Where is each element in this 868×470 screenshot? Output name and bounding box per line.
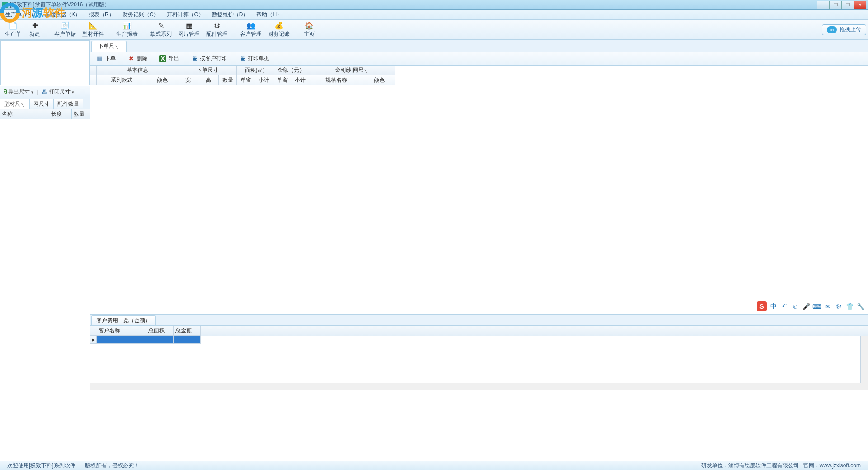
left-column: X 导出尺寸 ▾ | 🖶 打印尺寸 ▾ 型材尺寸网尺寸配件数量 名称 长度 数量 (0, 40, 90, 461)
left-grid-body[interactable] (0, 119, 90, 461)
menu-item-1[interactable]: 基础数据（K） (41, 10, 84, 19)
customer-grid-body[interactable]: ▶ (90, 336, 868, 383)
chevron-down-icon: ▾ (72, 90, 74, 94)
tool-profile-cut-icon: 📐 (89, 21, 98, 30)
tool-profile-cut[interactable]: 📐型材开料 (79, 21, 107, 38)
ime-icon-5[interactable]: ⌨ (813, 302, 821, 310)
tab-customer-cost[interactable]: 客户费用一览（金额） (91, 315, 156, 325)
drag-upload-button[interactable]: 拖拽上传 (822, 24, 866, 35)
customer-cost-pane: 客户费用一览（金额） 客户名称 总面积 总金额 ▶ (90, 314, 868, 390)
left-toolbar: X 导出尺寸 ▾ | 🖶 打印尺寸 ▾ (0, 86, 90, 98)
tool-customer-manage[interactable]: 👥客户管理 (237, 21, 265, 38)
tool-produce-report-icon: 📊 (123, 21, 132, 30)
tool-net-manage[interactable]: ▦网片管理 (175, 21, 203, 38)
preview-pane (0, 40, 90, 85)
tool-style-series[interactable]: ✎款式系列 (147, 21, 175, 38)
chevron-down-icon: ▾ (31, 90, 33, 94)
ime-icon-9[interactable]: 🔧 (856, 302, 864, 310)
left-tab-2[interactable]: 配件数量 (53, 99, 83, 109)
col-qty: 数量 (72, 109, 90, 119)
menu-item-4[interactable]: 开料计算（O） (163, 10, 207, 19)
workspace: X 导出尺寸 ▾ | 🖶 打印尺寸 ▾ 型材尺寸网尺寸配件数量 名称 长度 数量… (0, 40, 868, 461)
menu-item-2[interactable]: 报表（R） (85, 10, 118, 19)
ime-icon-7[interactable]: ⚙ (835, 302, 843, 310)
ime-toolbar: S中•ˆ☺🎤⌨✉⚙👕🔧 (755, 301, 866, 312)
tool-home[interactable]: 🏠主页 (299, 21, 320, 38)
tool-part-manage[interactable]: ⚙配件管理 (203, 21, 231, 38)
tool-net-manage-icon: ▦ (184, 21, 193, 30)
tool-produce-order[interactable]: 📄生产单 (2, 21, 24, 38)
tool-new-icon: ✚ (30, 21, 39, 30)
maximize-button[interactable]: ❐ (841, 1, 854, 9)
restore-button[interactable]: ❐ (829, 1, 842, 9)
tool-customer-order[interactable]: 🧾客户单据 (51, 21, 79, 38)
ime-icon-0[interactable]: S (757, 301, 767, 311)
print-by-customer-button[interactable]: 🖶 按客户打印 (189, 54, 229, 63)
status-bar: 欢迎使用[极致下料]系列软件 版权所有，侵权必究！ 研发单位：淄博有思度软件工程… (0, 461, 868, 470)
window-title: [极致下料]纱窗下单软件V2016（试用版） (10, 1, 817, 9)
left-grid-header: 名称 长度 数量 (0, 109, 90, 119)
print-size-button[interactable]: 🖶 打印尺寸 ▾ (40, 88, 76, 96)
menu-bar: 生产单（P）基础数据（K）报表（R）财务记账（C）开料计算（O）数据维护（D）帮… (0, 10, 868, 20)
export-size-button[interactable]: X 导出尺寸 ▾ (2, 88, 35, 96)
excel-icon: X (4, 89, 7, 94)
delete-button[interactable]: ✖ 删除 (126, 54, 149, 63)
ime-icon-2[interactable]: •ˆ (780, 302, 788, 310)
horizontal-scrollbar[interactable] (90, 383, 868, 390)
ime-icon-4[interactable]: 🎤 (802, 302, 810, 310)
tool-new[interactable]: ✚新建 (24, 21, 45, 38)
tool-produce-order-icon: 📄 (9, 21, 18, 30)
order-tabstrip: 下单尺寸 (90, 40, 868, 52)
minimize-button[interactable]: — (817, 1, 830, 9)
ime-icon-8[interactable]: 👕 (845, 302, 854, 310)
customer-tabstrip: 客户费用一览（金额） (90, 315, 868, 326)
tab-order-size[interactable]: 下单尺寸 (91, 41, 127, 52)
ime-icon-3[interactable]: ☺ (791, 302, 799, 310)
place-order-button[interactable]: ▦ 下单 (94, 54, 118, 63)
cloud-icon (827, 26, 837, 33)
tool-customer-manage-icon: 👥 (246, 21, 255, 30)
order-toolbar: ▦ 下单 ✖ 删除 X 导出 🖶 按客户打印 🖶 打印单据 (90, 52, 868, 66)
tool-finance-icon: 💰 (274, 21, 283, 30)
printer-icon: 🖶 (191, 55, 198, 62)
ime-icon-1[interactable]: 中 (769, 302, 778, 310)
customer-grid-header: 客户名称 总面积 总金额 (90, 326, 868, 336)
menu-item-3[interactable]: 财务记账（C） (119, 10, 163, 19)
status-copyright: 版权所有，侵权必究！ (80, 462, 144, 470)
left-tab-1[interactable]: 网尺寸 (29, 99, 54, 109)
menu-item-5[interactable]: 数据维护（D） (208, 10, 252, 19)
right-column: 下单尺寸 ▦ 下单 ✖ 删除 X 导出 🖶 按客户打印 🖶 打印单据 (90, 40, 868, 461)
tool-finance[interactable]: 💰财务记账 (265, 21, 293, 38)
ime-icon-6[interactable]: ✉ (824, 302, 832, 310)
tool-part-manage-icon: ⚙ (212, 21, 222, 30)
status-developer: 研发单位：淄博有思度软件工程有限公司 官网：www.jzxlsoft.com (697, 462, 865, 470)
official-site-link[interactable]: www.jzxlsoft.com (820, 462, 861, 469)
menu-item-0[interactable]: 生产单（P） (2, 10, 40, 19)
status-welcome: 欢迎使用[极致下料]系列软件 (3, 462, 80, 470)
col-length: 长度 (49, 109, 72, 119)
title-bar: [极致下料]纱窗下单软件V2016（试用版） — ❐ ❐ ✕ (0, 0, 868, 10)
left-tab-0[interactable]: 型材尺寸 (0, 99, 30, 109)
left-tabs: 型材尺寸网尺寸配件数量 (0, 98, 90, 109)
window-controls: — ❐ ❐ ✕ (817, 1, 866, 9)
order-icon: ▦ (96, 55, 103, 62)
col-name: 名称 (0, 109, 49, 119)
close-button[interactable]: ✕ (854, 1, 866, 9)
excel-icon: X (159, 55, 166, 62)
row-indicator-icon: ▶ (90, 336, 97, 344)
export-button[interactable]: X 导出 (157, 54, 181, 63)
main-toolbar: 📄生产单✚新建🧾客户单据📐型材开料📊生产报表✎款式系列▦网片管理⚙配件管理👥客户… (0, 20, 868, 40)
export-size-label: 导出尺寸 (8, 88, 30, 96)
print-order-button[interactable]: 🖶 打印单据 (237, 54, 271, 63)
printer-icon: 🖶 (239, 55, 246, 62)
table-row[interactable]: ▶ (90, 336, 868, 344)
grid-body[interactable] (90, 85, 868, 314)
vertical-scrollbar[interactable] (860, 336, 868, 383)
menu-item-6[interactable]: 帮助（H） (253, 10, 286, 19)
order-grid: 基本信息 下单尺寸 面积(㎡) 金额（元） 金刚纱|网尺寸 系列款式 颜色 宽 … (90, 66, 868, 314)
grid-column-header: 系列款式 颜色 宽 高 数量 单窗 小计 单窗 小计 规格名称 颜色 (90, 75, 868, 85)
delete-icon: ✖ (127, 55, 135, 62)
tool-home-icon: 🏠 (305, 21, 314, 30)
grid-group-header: 基本信息 下单尺寸 面积(㎡) 金额（元） 金刚纱|网尺寸 (90, 66, 868, 75)
tool-produce-report[interactable]: 📊生产报表 (113, 21, 141, 38)
